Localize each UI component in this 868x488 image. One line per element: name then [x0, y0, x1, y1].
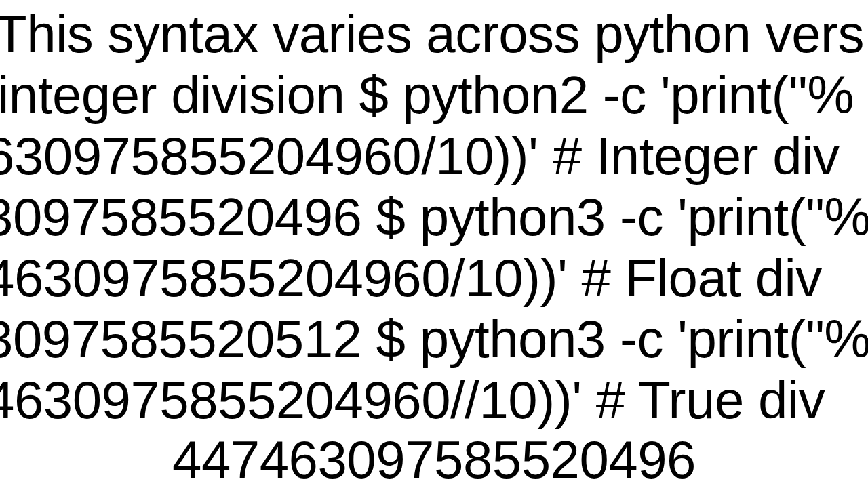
text-line-3: 630975855204960/10))' # Integer div	[0, 126, 839, 187]
text-line-1: This syntax varies across python vers	[0, 4, 864, 65]
text-line-4: 3097585520496 $ python3 -c 'print("%	[0, 187, 868, 248]
text-line-2: integer division $ python2 -c 'print("%	[0, 65, 854, 126]
text-line-5: 4630975855204960/10))' # Float div	[0, 248, 822, 309]
text-line-8: 447463097585520496	[0, 430, 868, 488]
text-line-7: 4630975855204960//10))' # True div	[0, 370, 825, 431]
text-line-6: 3097585520512 $ python3 -c 'print("%	[0, 309, 868, 370]
